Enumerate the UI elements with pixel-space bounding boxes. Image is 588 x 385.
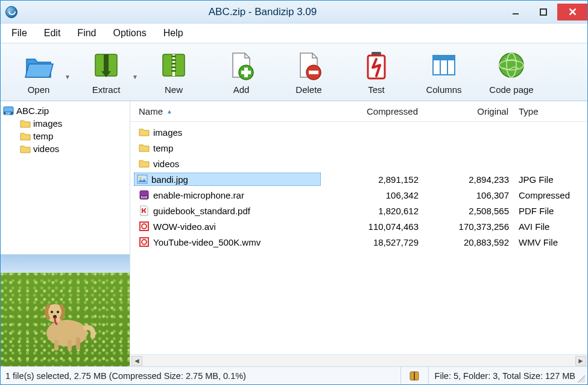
list-item[interactable]: images xyxy=(130,124,587,140)
status-bar: 1 file(s) selected, 2.75 MB (Compressed … xyxy=(1,366,587,384)
svg-rect-20 xyxy=(433,56,455,60)
folder-tree[interactable]: ZIP ABC.zip images temp xyxy=(1,101,130,254)
tree-item-videos[interactable]: videos xyxy=(2,142,128,155)
column-original-label: Original xyxy=(477,106,508,116)
svg-rect-10 xyxy=(171,66,176,68)
folder-icon xyxy=(20,119,31,129)
menu-find[interactable]: Find xyxy=(71,25,102,41)
file-compressed: 106,342 xyxy=(321,190,423,200)
test-icon xyxy=(361,49,392,81)
video-file-icon xyxy=(139,221,150,232)
title-bar: ABC.zip - Bandizip 3.09 ✕ xyxy=(1,1,587,24)
tree-item-label: temp xyxy=(33,131,53,141)
folder-icon xyxy=(20,144,31,154)
pdf-file-icon xyxy=(139,205,150,216)
svg-point-29 xyxy=(46,320,87,346)
list-item[interactable]: YouTube-video_500K.wmv 18,527,729 20,883… xyxy=(130,234,587,250)
file-compressed: 1,820,612 xyxy=(321,206,423,216)
app-window: ABC.zip - Bandizip 3.09 ✕ File Edit Find… xyxy=(0,0,588,385)
delete-file-icon xyxy=(293,49,324,81)
file-original: 2,894,233 xyxy=(423,174,514,185)
menu-edit[interactable]: Edit xyxy=(38,25,67,41)
svg-rect-3 xyxy=(104,54,109,71)
columns-icon xyxy=(428,49,460,81)
list-item[interactable]: videos xyxy=(130,156,587,171)
svg-rect-16 xyxy=(309,71,318,74)
test-label: Test xyxy=(368,84,385,95)
column-name[interactable]: Name ▲ xyxy=(134,106,321,116)
status-summary-text: File: 5, Folder: 3, Total Size: 127 MB xyxy=(435,371,575,381)
svg-rect-11 xyxy=(171,70,176,72)
app-icon xyxy=(5,6,17,18)
resize-grip-icon[interactable] xyxy=(578,375,585,383)
file-name: videos xyxy=(153,159,179,169)
globe-icon xyxy=(496,49,527,81)
svg-rect-6 xyxy=(172,54,175,76)
dropdown-icon[interactable]: ▼ xyxy=(65,74,71,80)
new-button[interactable]: New xyxy=(147,47,201,97)
scroll-right-icon[interactable]: ► xyxy=(575,356,586,366)
file-type: PDF File xyxy=(514,206,587,216)
svg-rect-36 xyxy=(76,337,80,349)
svg-rect-8 xyxy=(171,59,176,61)
close-button[interactable]: ✕ xyxy=(557,4,587,21)
zip-archive-icon: ZIP xyxy=(3,105,14,116)
tree-item-label: videos xyxy=(33,144,59,154)
svg-rect-35 xyxy=(68,340,72,351)
list-item[interactable]: temp xyxy=(130,140,587,156)
test-button[interactable]: Test xyxy=(349,47,403,97)
list-item[interactable]: guidebook_standard.pdf 1,820,612 2,508,5… xyxy=(130,203,587,218)
extract-icon xyxy=(90,49,122,81)
file-compressed: 2,891,152 xyxy=(321,174,423,185)
svg-rect-34 xyxy=(54,340,58,351)
columns-button[interactable]: Columns xyxy=(417,47,471,97)
list-item[interactable]: WOW-video.avi 110,074,463 170,373,256 AV… xyxy=(130,218,587,234)
sort-ascending-icon: ▲ xyxy=(166,108,172,115)
file-type: Compressed xyxy=(514,190,587,200)
extract-button[interactable]: Extract ▼ xyxy=(79,47,133,97)
file-name: WOW-video.avi xyxy=(153,221,216,232)
scroll-left-icon[interactable]: ◄ xyxy=(131,356,142,366)
tree-root[interactable]: ZIP ABC.zip xyxy=(2,104,128,117)
file-name: YouTube-video_500K.wmv xyxy=(153,237,261,247)
status-summary: File: 5, Folder: 3, Total Size: 127 MB xyxy=(429,367,587,384)
archive-icon xyxy=(408,370,420,382)
new-archive-icon xyxy=(158,49,189,81)
file-list[interactable]: images temp xyxy=(130,122,587,354)
menu-help[interactable]: Help xyxy=(157,25,189,41)
rar-file-icon: RAR xyxy=(139,189,150,200)
file-name: images xyxy=(153,127,182,138)
content-area: ZIP ABC.zip images temp xyxy=(1,101,587,366)
open-button[interactable]: Open ▼ xyxy=(11,47,66,97)
column-type-label: Type xyxy=(519,106,539,116)
minimize-icon xyxy=(511,8,520,16)
status-archive-icon[interactable] xyxy=(401,367,429,384)
close-icon: ✕ xyxy=(568,5,577,19)
open-folder-icon xyxy=(23,49,54,81)
folder-icon xyxy=(20,132,31,141)
svg-point-31 xyxy=(51,311,53,313)
menu-file[interactable]: File xyxy=(5,25,33,41)
menu-options[interactable]: Options xyxy=(107,25,152,41)
list-item[interactable]: RAR enable-microphone.rar 106,342 106,30… xyxy=(130,187,587,203)
left-pane: ZIP ABC.zip images temp xyxy=(1,101,130,366)
delete-button[interactable]: Delete xyxy=(282,47,336,97)
video-file-icon xyxy=(139,237,150,247)
add-button[interactable]: Add xyxy=(214,47,268,97)
folder-icon xyxy=(139,158,150,169)
file-original: 2,508,565 xyxy=(423,206,514,216)
maximize-button[interactable] xyxy=(530,4,557,21)
list-item-selected[interactable]: bandi.jpg 2,891,152 2,894,233 JPG File xyxy=(130,171,587,187)
minimize-button[interactable] xyxy=(502,4,530,21)
folder-icon xyxy=(139,127,150,138)
column-type[interactable]: Type xyxy=(514,106,587,116)
horizontal-scrollbar[interactable]: ◄ ► xyxy=(130,354,587,366)
dropdown-icon[interactable]: ▼ xyxy=(132,74,138,80)
tree-item-temp[interactable]: temp xyxy=(2,130,128,142)
column-compressed[interactable]: Compressed xyxy=(321,106,423,116)
extract-label: Extract xyxy=(92,84,121,95)
tree-item-images[interactable]: images xyxy=(2,117,128,130)
codepage-button[interactable]: Code page xyxy=(484,47,539,97)
column-original[interactable]: Original xyxy=(423,106,514,116)
codepage-label: Code page xyxy=(489,84,533,95)
